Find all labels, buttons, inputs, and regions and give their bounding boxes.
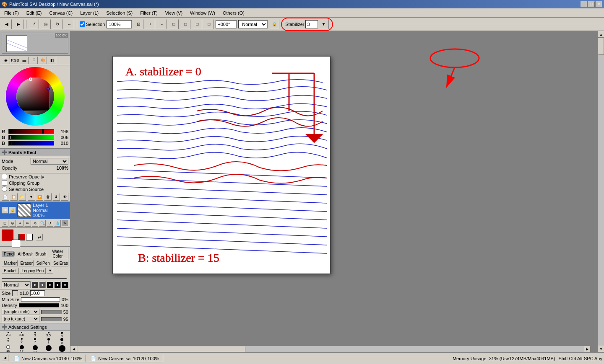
brush-color-black2[interactable]: ● bbox=[39, 281, 46, 288]
zoom-input[interactable] bbox=[107, 20, 132, 28]
zoom-square2[interactable]: □ bbox=[180, 19, 190, 29]
swap-colors-btn[interactable]: ⇄ bbox=[36, 234, 43, 240]
brush-size-12[interactable]: 12 bbox=[15, 345, 28, 352]
brush-color-black3[interactable]: ● bbox=[47, 281, 53, 288]
menu-canvas[interactable]: Canvas (C) bbox=[46, 10, 76, 16]
selpen-btn[interactable]: SelPen bbox=[34, 260, 51, 266]
brush-mode-select[interactable]: Normal bbox=[2, 281, 31, 288]
tab-canvas-1[interactable]: 📄 New Canvas sai 10140 100% bbox=[10, 354, 86, 362]
tab-canvas-2[interactable]: 📄 New Canvas sai 10120 100% bbox=[87, 354, 163, 362]
menu-filter[interactable]: Filter (T) bbox=[137, 10, 161, 16]
size-input[interactable] bbox=[30, 290, 45, 296]
toolbar-rotate-right[interactable]: ↻ bbox=[52, 19, 62, 29]
brush-size-8[interactable]: 8 bbox=[42, 338, 55, 345]
menu-others[interactable]: Others (O) bbox=[219, 10, 248, 16]
zoom-square1[interactable]: □ bbox=[169, 19, 179, 29]
selection-source-radio[interactable] bbox=[2, 186, 7, 192]
tab-scroll-left[interactable]: ◀ bbox=[2, 354, 8, 361]
minsize-slider[interactable] bbox=[21, 297, 60, 302]
blend-lock[interactable]: 🔒 bbox=[269, 19, 279, 29]
layer-lock-btn[interactable]: 🔒 bbox=[9, 207, 16, 214]
brush-size-3[interactable]: 3 bbox=[29, 332, 42, 338]
seleras-btn[interactable]: SelEras bbox=[51, 260, 68, 266]
brush-size-10[interactable]: 10 bbox=[2, 345, 15, 352]
background-color[interactable] bbox=[12, 240, 20, 248]
move-tool[interactable]: ✥ bbox=[32, 220, 39, 227]
r-slider-track[interactable] bbox=[8, 129, 54, 134]
toolbar-rotate-reset[interactable]: ◎ bbox=[41, 19, 51, 29]
minimize-button[interactable]: _ bbox=[581, 1, 587, 7]
texture-slider[interactable] bbox=[41, 317, 62, 321]
size-lock[interactable] bbox=[12, 290, 18, 296]
lasso-tool[interactable]: ⊙ bbox=[9, 220, 16, 227]
menu-file[interactable]: File (F) bbox=[1, 10, 22, 16]
color-square[interactable] bbox=[16, 77, 50, 111]
color-rgb-btn[interactable]: RGB bbox=[11, 57, 19, 64]
toolbar-rotate-left[interactable]: ↺ bbox=[29, 19, 39, 29]
zoom-fit[interactable]: ⊡ bbox=[133, 19, 143, 29]
toolbar-nav-left[interactable]: ◀ bbox=[2, 19, 12, 29]
clipping-group-checkbox[interactable] bbox=[2, 180, 7, 186]
brush-color-black5[interactable]: ● bbox=[62, 281, 68, 288]
expand-brush-btn[interactable]: ▼ bbox=[47, 267, 53, 274]
zoom-out[interactable]: - bbox=[157, 19, 167, 29]
drawing-canvas[interactable]: A. stabilizer = 0 B: stabilizer = 15 bbox=[112, 56, 331, 274]
selection-rect-tool[interactable]: ⊡ bbox=[2, 220, 8, 227]
layer-new-btn[interactable]: 📄 bbox=[2, 193, 9, 201]
pen-tool[interactable]: ✏ bbox=[24, 220, 31, 227]
h-scroll-thumb[interactable] bbox=[78, 346, 245, 352]
stabilizer-down[interactable]: ▼ bbox=[319, 19, 329, 29]
brush-btn[interactable]: Brush bbox=[33, 251, 46, 257]
h-scroll-track[interactable] bbox=[77, 346, 584, 353]
menu-selection[interactable]: Selection (S) bbox=[103, 10, 136, 16]
zoom-square4[interactable]: □ bbox=[204, 19, 214, 29]
brush-size-20[interactable]: 20 bbox=[55, 345, 68, 352]
color-bar-btn[interactable]: ▬ bbox=[20, 57, 29, 64]
brush-size-16[interactable]: 16 bbox=[42, 345, 55, 352]
scroll-track[interactable] bbox=[598, 38, 604, 346]
b-slider-track[interactable] bbox=[8, 141, 54, 146]
layer-expand-btn[interactable]: ▼ bbox=[28, 193, 35, 201]
toolbar-nav-right[interactable]: ▶ bbox=[13, 19, 23, 29]
menu-window[interactable]: Window (W) bbox=[187, 10, 219, 16]
pencil-tool-selected[interactable]: ✎ bbox=[62, 220, 68, 227]
rotate-tool[interactable]: ↺ bbox=[47, 220, 53, 227]
zoom-tool[interactable]: 🔍 bbox=[39, 220, 46, 227]
g-slider-track[interactable] bbox=[8, 135, 54, 140]
menu-edit[interactable]: Edit (E) bbox=[23, 10, 45, 16]
brush-size-9[interactable]: 9 bbox=[55, 338, 68, 345]
brush-size-3.5[interactable]: 3.5 bbox=[42, 332, 55, 338]
h-scrollbar-inner[interactable]: ◀ ▶ bbox=[70, 346, 591, 352]
selection-checkbox-label[interactable]: Selection bbox=[80, 21, 105, 27]
layer-merge-visible-btn[interactable]: 👁 bbox=[61, 193, 68, 201]
mode-select[interactable]: Normal bbox=[31, 158, 68, 165]
pencil-btn[interactable]: Pencil bbox=[2, 251, 15, 257]
brush-size-14[interactable]: 14 bbox=[29, 345, 42, 352]
layer-eye-btn[interactable]: 👁 bbox=[2, 207, 8, 214]
scroll-down-btn[interactable]: ▼ bbox=[598, 346, 604, 352]
brush-size-2.6[interactable]: 2.6 bbox=[15, 332, 28, 338]
selection-checkbox[interactable] bbox=[80, 21, 85, 27]
eraser-btn[interactable]: Eraser bbox=[18, 260, 34, 266]
brush-size-4[interactable]: 4 bbox=[55, 332, 68, 338]
scroll-up-btn[interactable]: ▲ bbox=[598, 31, 604, 38]
stabilizer-input[interactable] bbox=[305, 20, 318, 28]
brush-color-black4[interactable]: ● bbox=[54, 281, 61, 288]
color-extra1[interactable]: ◧ bbox=[48, 57, 56, 64]
color-circle-btn[interactable]: ◉ bbox=[2, 57, 10, 64]
layer-merge-down-btn[interactable]: ⬇ bbox=[52, 193, 60, 201]
color-wheel[interactable] bbox=[6, 67, 65, 126]
menu-layer[interactable]: Layer (L) bbox=[77, 10, 102, 16]
layer-copy-btn[interactable]: 📋 bbox=[10, 193, 18, 201]
scroll-thumb[interactable] bbox=[598, 38, 604, 55]
shape-slider[interactable] bbox=[41, 310, 62, 314]
color-wheel-btn[interactable]: 🎨 bbox=[39, 57, 47, 64]
toolbar-flip-h[interactable]: ↔ bbox=[64, 19, 74, 29]
zoom-square3[interactable]: □ bbox=[192, 19, 202, 29]
brush-size-7[interactable]: 7 bbox=[29, 338, 42, 345]
h-scroll-right[interactable]: ▶ bbox=[584, 346, 591, 353]
layer-delete-btn[interactable]: 🗑 bbox=[44, 193, 52, 201]
magic-wand-tool[interactable]: ✦ bbox=[17, 220, 23, 227]
angle-input[interactable] bbox=[216, 20, 237, 28]
brush-size-2.3[interactable]: 2.3 bbox=[2, 332, 15, 338]
